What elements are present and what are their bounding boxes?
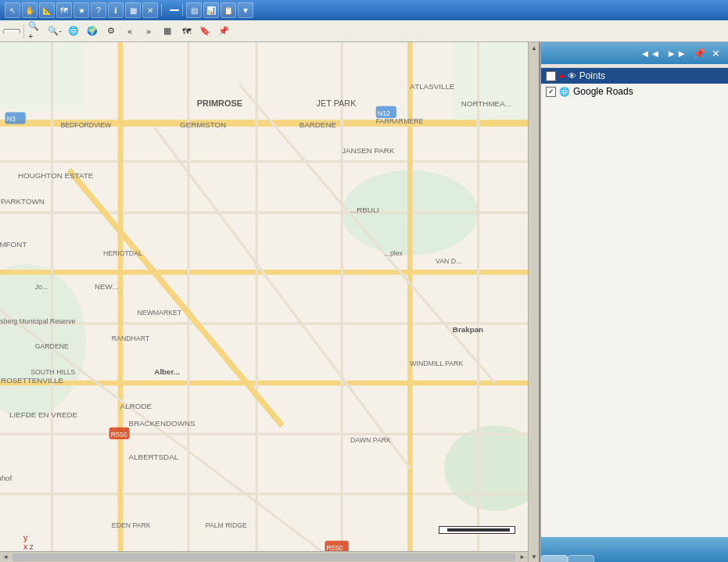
bookmark-button[interactable]: 🔖 bbox=[196, 23, 213, 40]
select-tool[interactable]: ▦ bbox=[125, 2, 141, 18]
svg-text:RAAMFONT: RAAMFONT bbox=[0, 240, 27, 249]
content-area: HOUGHTON ESTATE BEDFORDVIEW PRIMROSE PAR… bbox=[0, 42, 728, 562]
excel-tool[interactable]: 📋 bbox=[221, 2, 236, 18]
back-button[interactable]: « bbox=[121, 23, 138, 40]
main-layout: 🔍+ 🔍- 🌐 🌍 ⚙ « » ▦ 🗺 🔖 📌 bbox=[0, 20, 728, 562]
deselect-tool[interactable]: ✕ bbox=[142, 2, 158, 18]
layer-checkbox-google-roads[interactable]: ✓ bbox=[546, 87, 556, 97]
svg-text:ALRODE: ALRODE bbox=[120, 402, 152, 410]
svg-text:...RBULI: ...RBULI bbox=[350, 206, 379, 214]
svg-text:Ekenhof: Ekenhof bbox=[0, 474, 13, 482]
layers-panel: ◄◄ ►► 📌 ✕ ✓ ● 👁 Points ✓ 🌐 bbox=[540, 42, 728, 562]
layers-forward-icon[interactable]: ►► bbox=[665, 47, 688, 60]
layer-checkbox-points[interactable]: ✓ bbox=[546, 71, 556, 81]
settings-button[interactable]: ⚙ bbox=[102, 23, 120, 40]
main-view-tab[interactable] bbox=[3, 29, 20, 34]
svg-text:WINDMILL PARK: WINDMILL PARK bbox=[410, 360, 463, 367]
svg-text:N12: N12 bbox=[378, 109, 390, 117]
map-button[interactable]: 🗺 bbox=[178, 23, 195, 40]
pin-button[interactable]: 📌 bbox=[215, 23, 232, 40]
svg-text:HERIOTDAL: HERIOTDAL bbox=[103, 249, 142, 257]
scale-bar bbox=[439, 526, 515, 534]
scroll-right-arrow[interactable]: ► bbox=[517, 552, 528, 563]
forward-button[interactable]: » bbox=[140, 23, 157, 40]
zoom-layer-button[interactable]: 🌍 bbox=[84, 23, 101, 40]
map-container[interactable]: HOUGHTON ESTATE BEDFORDVIEW PRIMROSE PAR… bbox=[0, 42, 540, 562]
layers-header: ◄◄ ►► 📌 ✕ bbox=[541, 42, 728, 64]
layers-close-icon[interactable]: ✕ bbox=[710, 47, 722, 60]
bookmark-tool[interactable]: ★ bbox=[74, 2, 89, 18]
grid-button[interactable]: ▦ bbox=[159, 23, 176, 40]
layers-back-icon[interactable]: ◄◄ bbox=[639, 47, 662, 60]
scroll-up-arrow[interactable]: ▲ bbox=[529, 42, 540, 53]
svg-text:DAWN PARK: DAWN PARK bbox=[350, 436, 391, 444]
secondary-toolbar: 🔍+ 🔍- 🌐 🌍 ⚙ « » ▦ 🗺 🔖 📌 bbox=[0, 20, 728, 42]
svg-text:Jo...: Jo... bbox=[35, 283, 48, 291]
svg-text:EDEN PARK: EDEN PARK bbox=[112, 521, 151, 529]
svg-text:GARDENE: GARDENE bbox=[35, 342, 69, 350]
svg-text:NEWMARKET: NEWMARKET bbox=[138, 309, 182, 317]
svg-text:FARRARMERE: FARRARMERE bbox=[376, 117, 424, 125]
layer-item-google-roads[interactable]: ✓ 🌐 Google Roads bbox=[541, 84, 728, 99]
svg-text:NORTHMEA...: NORTHMEA... bbox=[461, 99, 511, 108]
svg-text:HOUGHTON ESTATE: HOUGHTON ESTATE bbox=[18, 171, 94, 180]
title-bar: ↖ ✋ 📐 🗺 ★ ? ℹ ▦ ✕ ▤ 📊 📋 ▼ bbox=[0, 0, 728, 20]
pointer-tool[interactable]: ↖ bbox=[5, 2, 20, 18]
scroll-down-arrow[interactable]: ▼ bbox=[529, 551, 540, 562]
svg-text:Brakpan: Brakpan bbox=[453, 325, 483, 334]
zoom-out-button[interactable]: 🔍- bbox=[46, 23, 63, 40]
svg-text:NEW...: NEW... bbox=[95, 282, 118, 291]
layer-name-google-roads: Google Roads bbox=[573, 86, 723, 97]
map-background: HOUGHTON ESTATE BEDFORDVIEW PRIMROSE PAR… bbox=[0, 42, 539, 562]
svg-text:SOUTH HILLS: SOUTH HILLS bbox=[30, 368, 75, 376]
svg-text:PARKTOWN: PARKTOWN bbox=[1, 197, 45, 206]
scale-line bbox=[447, 528, 510, 532]
svg-text:JET PARK: JET PARK bbox=[316, 98, 357, 108]
main-toolbar: ↖ ✋ 📐 🗺 ★ ? ℹ ▦ ✕ ▤ 📊 📋 ▼ bbox=[5, 2, 253, 18]
tab-dashboards[interactable] bbox=[568, 555, 594, 562]
layer-name-points: Points bbox=[579, 70, 723, 81]
identify-tool[interactable]: ℹ bbox=[108, 2, 124, 18]
svg-text:BEDFORDVIEW: BEDFORDVIEW bbox=[60, 121, 112, 129]
svg-text:GERMISTON: GERMISTON bbox=[180, 120, 226, 129]
svg-rect-2 bbox=[0, 42, 86, 110]
svg-text:JANSEN PARK: JANSEN PARK bbox=[342, 146, 395, 155]
scroll-left-arrow[interactable]: ◄ bbox=[0, 552, 11, 563]
route-tool[interactable]: 🗺 bbox=[56, 2, 72, 18]
layers-header-icons: ◄◄ ►► 📌 ✕ bbox=[639, 47, 722, 60]
table-tool[interactable]: ▤ bbox=[186, 2, 202, 18]
toolbar-separator bbox=[161, 4, 162, 16]
map-scroll-right: ▲ ▼ bbox=[528, 42, 539, 562]
tab-layers[interactable] bbox=[541, 555, 568, 562]
coordinates-display: y x z bbox=[23, 534, 34, 551]
svg-text:Alber...: Alber... bbox=[154, 367, 180, 376]
pan-tool[interactable]: ✋ bbox=[22, 2, 38, 18]
layer-type-icon-points: 👁 bbox=[568, 71, 576, 81]
layer-item-points[interactable]: ✓ ● 👁 Points bbox=[541, 68, 728, 84]
svg-text:PRIMROSE: PRIMROSE bbox=[197, 98, 242, 108]
query-tool[interactable]: ? bbox=[91, 2, 106, 18]
svg-text:N3: N3 bbox=[7, 115, 16, 123]
map-svg: HOUGHTON ESTATE BEDFORDVIEW PRIMROSE PAR… bbox=[0, 42, 539, 562]
bottom-tabs bbox=[541, 537, 728, 562]
svg-text:VAN D...: VAN D... bbox=[436, 257, 461, 265]
svg-text:...rsberg Municipal Reserve: ...rsberg Municipal Reserve bbox=[0, 317, 75, 325]
export-tool[interactable]: 📊 bbox=[203, 2, 219, 18]
svg-text:R550: R550 bbox=[111, 431, 127, 439]
svg-text:...plex: ...plex bbox=[385, 249, 403, 257]
more-tool[interactable]: ▼ bbox=[238, 2, 253, 18]
toolbar-separator2 bbox=[182, 4, 183, 16]
svg-text:BRACKENDOWNS: BRACKENDOWNS bbox=[129, 419, 195, 428]
selected-count bbox=[170, 9, 179, 11]
svg-rect-4 bbox=[453, 42, 539, 127]
layer-type-icon-google-roads: 🌐 bbox=[559, 87, 570, 97]
zoom-full-button[interactable]: 🌐 bbox=[65, 23, 82, 40]
svg-text:PALM RIDGE: PALM RIDGE bbox=[206, 521, 247, 529]
svg-text:LIEFDE EN VREDE: LIEFDE EN VREDE bbox=[9, 410, 78, 419]
zoom-in-button[interactable]: 🔍+ bbox=[27, 23, 45, 40]
map-horizontal-scrollbar[interactable]: ◄ ► bbox=[0, 551, 528, 562]
measure-tool[interactable]: 📐 bbox=[39, 2, 55, 18]
toolbar2-separator bbox=[23, 24, 24, 38]
svg-text:BARDENE: BARDENE bbox=[299, 120, 337, 129]
layers-pin-icon[interactable]: 📌 bbox=[691, 47, 707, 60]
